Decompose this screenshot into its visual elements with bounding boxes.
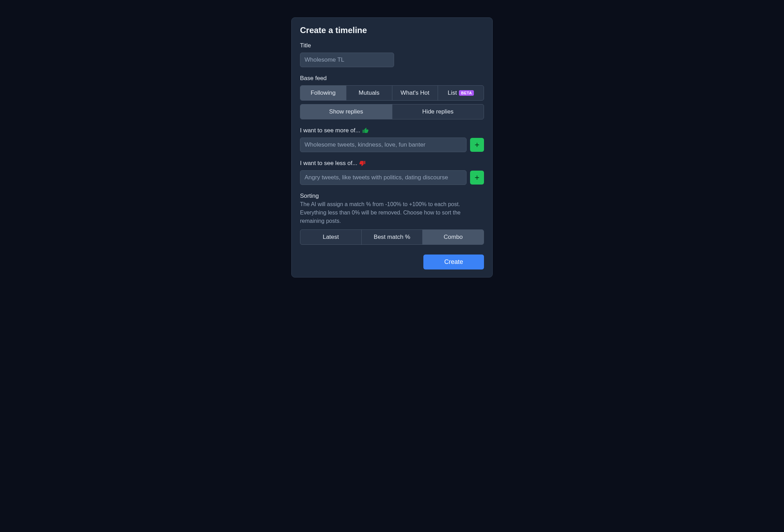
moreof-input[interactable] — [300, 138, 467, 152]
basefeed-options: Following Mutuals What's Hot List BETA — [300, 85, 484, 101]
sorting-section: Sorting The AI will assign a match % fro… — [300, 193, 484, 245]
thumbs-down-icon — [359, 160, 366, 166]
lessof-add-button[interactable]: + — [470, 171, 484, 185]
basefeed-following[interactable]: Following — [300, 86, 346, 100]
sorting-options: Latest Best match % Combo — [300, 229, 484, 245]
sorting-label: Sorting — [300, 193, 484, 200]
create-timeline-modal: Create a timeline Title Base feed Follow… — [291, 17, 493, 277]
basefeed-list[interactable]: List BETA — [438, 86, 484, 100]
basefeed-mutuals[interactable]: Mutuals — [346, 86, 392, 100]
moreof-add-button[interactable]: + — [470, 138, 484, 152]
sorting-latest[interactable]: Latest — [300, 230, 362, 244]
hide-replies-button[interactable]: Hide replies — [392, 104, 484, 119]
moreof-label: I want to see more of... — [300, 127, 360, 134]
beta-badge: BETA — [459, 90, 474, 96]
show-replies-button[interactable]: Show replies — [300, 104, 392, 119]
basefeed-label: Base feed — [300, 75, 484, 82]
sorting-description: The AI will assign a match % from -100% … — [300, 200, 484, 225]
reply-options: Show replies Hide replies — [300, 104, 484, 119]
sorting-bestmatch[interactable]: Best match % — [362, 230, 423, 244]
basefeed-whatshot[interactable]: What's Hot — [392, 86, 438, 100]
lessof-label: I want to see less of... — [300, 160, 357, 167]
thumbs-up-icon — [362, 127, 369, 134]
title-section: Title — [300, 42, 484, 67]
lessof-section: I want to see less of... + — [300, 160, 484, 185]
lessof-input[interactable] — [300, 170, 467, 185]
basefeed-list-label: List — [448, 89, 457, 96]
title-input[interactable] — [300, 53, 394, 67]
basefeed-section: Base feed Following Mutuals What's Hot L… — [300, 75, 484, 119]
modal-title: Create a timeline — [300, 25, 484, 35]
create-button[interactable]: Create — [423, 255, 484, 269]
sorting-combo[interactable]: Combo — [423, 230, 484, 244]
action-row: Create — [300, 255, 484, 269]
moreof-section: I want to see more of... + — [300, 127, 484, 152]
title-label: Title — [300, 42, 484, 49]
